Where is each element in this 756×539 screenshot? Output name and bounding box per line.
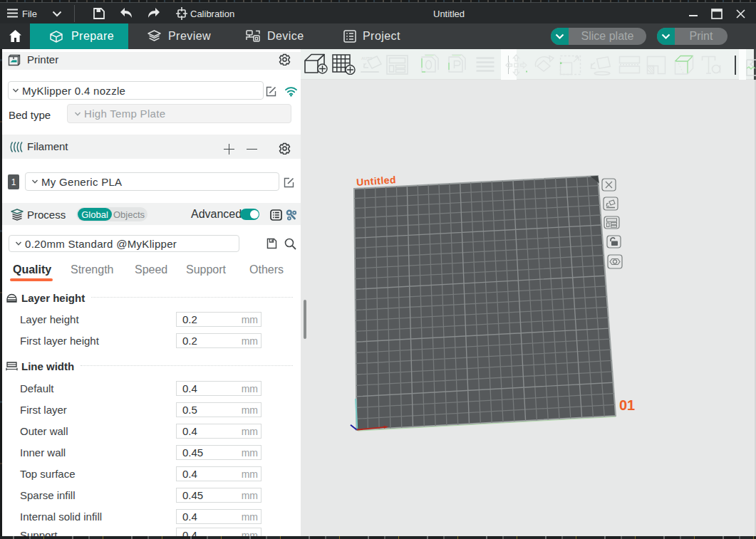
svg-text:AUTO: AUTO — [361, 56, 373, 61]
